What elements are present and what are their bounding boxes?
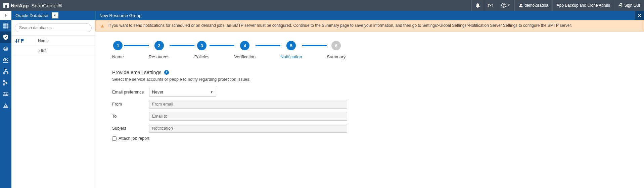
step-label: Verification — [234, 54, 256, 59]
svg-rect-11 — [5, 27, 6, 28]
warning-banner: ▲ If you want to send notifications for … — [95, 20, 644, 32]
nav-reports[interactable] — [0, 54, 11, 66]
chart-icon — [3, 57, 8, 63]
netapp-logo-icon — [3, 3, 9, 8]
svg-point-19 — [4, 92, 5, 93]
step-connector — [302, 45, 327, 46]
flag-icon — [21, 39, 25, 43]
sidebar-expand-button[interactable] — [0, 11, 11, 20]
step-label: Summary — [327, 54, 346, 59]
gauge-icon — [3, 46, 8, 51]
step-name[interactable]: 1 Name — [112, 41, 124, 59]
icon-sidebar — [0, 11, 11, 188]
step-circle: 3 — [197, 41, 206, 50]
brand-bold: NetApp — [11, 3, 29, 8]
logo: NetApp SnapCenter® — [3, 3, 62, 8]
shield-check-icon — [3, 35, 8, 40]
brand-product: SnapCenter® — [31, 3, 62, 8]
svg-point-3 — [520, 4, 522, 6]
user-icon — [519, 3, 523, 7]
section-subtitle: Select the service accounts or people to… — [112, 77, 627, 82]
sort-icon — [15, 39, 19, 43]
signout-label: Sign Out — [624, 3, 640, 8]
step-circle: 6 — [331, 41, 341, 50]
step-label: Resources — [149, 54, 170, 59]
svg-rect-8 — [5, 25, 6, 26]
close-button[interactable]: ✕ — [635, 11, 644, 20]
svg-rect-2 — [3, 3, 9, 5]
subject-label: Subject — [112, 126, 149, 131]
chevron-down-icon: ▼ — [52, 12, 58, 18]
svg-rect-14 — [3, 72, 5, 74]
step-circle: 5 — [286, 41, 296, 50]
nav-monitor[interactable] — [0, 43, 11, 54]
nav-dashboard[interactable] — [0, 20, 11, 32]
section-title: Provide email settings — [112, 69, 162, 75]
notifications-button[interactable] — [471, 0, 484, 11]
step-label: Notification — [280, 54, 302, 59]
email-pref-label: Email preference — [112, 90, 149, 95]
col-name-header[interactable]: Name — [35, 36, 95, 46]
messages-button[interactable] — [484, 0, 497, 11]
alert-icon — [3, 103, 8, 108]
nav-settings[interactable] — [0, 88, 11, 100]
step-connector — [124, 45, 149, 46]
help-button[interactable]: ? ▼ — [497, 0, 514, 11]
email-pref-value: Never — [152, 90, 163, 95]
step-policies[interactable]: 3 Policies — [194, 41, 210, 59]
search-wrap — [11, 20, 95, 36]
step-connector — [170, 45, 194, 46]
step-circle: 2 — [154, 41, 164, 50]
svg-rect-6 — [7, 23, 8, 25]
help-icon: ? — [501, 3, 506, 8]
step-label: Policies — [194, 54, 210, 59]
role-label-wrap[interactable]: App Backup and Clone Admin — [552, 0, 614, 11]
from-label: From — [112, 102, 149, 107]
step-circle: 1 — [113, 41, 123, 50]
top-header: NetApp SnapCenter® ? ▼ demo\oradba App B… — [0, 0, 644, 11]
top-right: ? ▼ demo\oradba App Backup and Clone Adm… — [471, 0, 644, 11]
resource-type-selector[interactable]: Oracle Database ▼ — [11, 11, 95, 20]
step-notification[interactable]: 5 Notification — [280, 41, 302, 59]
bell-icon — [476, 3, 480, 8]
from-input[interactable] — [149, 100, 347, 109]
step-verification[interactable]: 4 Verification — [234, 41, 256, 59]
signout-button[interactable]: Sign Out — [614, 0, 644, 11]
svg-point-21 — [4, 95, 6, 96]
info-icon[interactable]: i — [164, 70, 169, 75]
svg-rect-18 — [6, 82, 7, 84]
svg-rect-17 — [3, 83, 5, 85]
step-label: Name — [112, 54, 124, 59]
to-label: To — [112, 114, 149, 119]
main-area: New Resource Group ✕ ▲ If you want to se… — [95, 11, 644, 188]
signout-icon — [618, 3, 623, 7]
user-menu[interactable]: demo\oradba — [514, 0, 552, 11]
list-header: Name — [11, 36, 95, 46]
search-input[interactable] — [15, 23, 92, 32]
nav-resources[interactable] — [0, 32, 11, 43]
nav-alerts[interactable] — [0, 100, 11, 111]
sliders-icon — [3, 92, 8, 97]
step-summary[interactable]: 6 Summary — [327, 41, 346, 59]
attach-report-checkbox[interactable] — [112, 136, 117, 141]
nav-hosts[interactable] — [0, 66, 11, 77]
email-pref-select[interactable]: Never ▼ — [149, 88, 216, 97]
svg-rect-13 — [5, 69, 7, 70]
resource-type-label: Oracle Database — [15, 13, 48, 18]
step-resources[interactable]: 2 Resources — [149, 41, 170, 59]
step-circle: 4 — [240, 41, 249, 50]
section-title-wrap: Provide email settings i — [112, 69, 627, 75]
notification-form: Provide email settings i Select the serv… — [95, 63, 644, 147]
step-connector — [210, 45, 234, 46]
to-input[interactable] — [149, 112, 347, 121]
resource-panel: Oracle Database ▼ Name cdb2 — [11, 11, 95, 188]
list-item[interactable]: cdb2 — [11, 46, 95, 56]
svg-rect-7 — [3, 25, 5, 26]
db-name: cdb2 — [35, 49, 95, 53]
sort-controls[interactable] — [11, 39, 35, 43]
subject-input[interactable] — [149, 124, 347, 133]
nav-storage[interactable] — [0, 77, 11, 88]
envelope-icon — [488, 4, 493, 7]
main-header: New Resource Group ✕ — [95, 11, 644, 20]
grid-icon — [3, 23, 8, 28]
